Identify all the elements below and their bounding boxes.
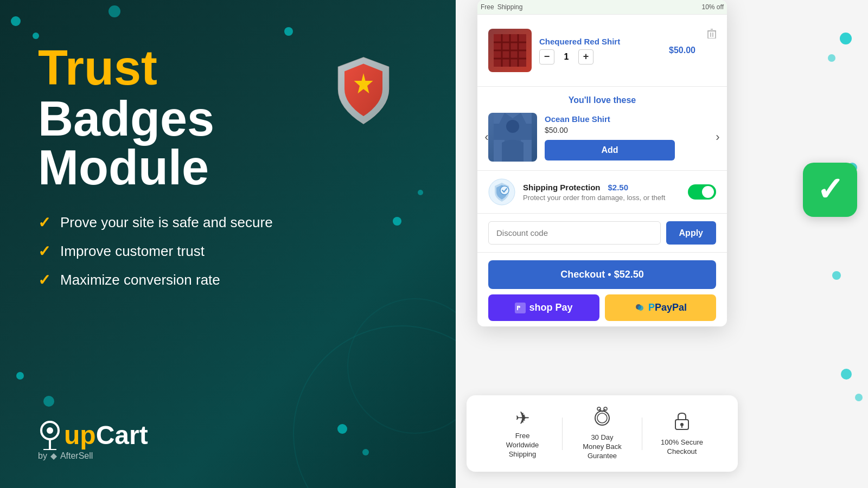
quantity-increase-button[interactable]: + <box>578 49 593 65</box>
logo-row: upCart <box>38 420 148 450</box>
teal-dot-6 <box>855 394 863 401</box>
upsell-price: $50.00 <box>545 126 716 134</box>
upsell-details: Ocean Blue Shirt $50.00 Add <box>545 114 716 160</box>
free-label: Free <box>481 3 494 11</box>
svg-point-2 <box>47 427 53 434</box>
svg-rect-21 <box>515 303 526 313</box>
medal-icon <box>592 406 612 430</box>
shop-pay-label: shop Pay <box>529 302 572 313</box>
cart-item-image <box>488 29 532 72</box>
upsell-item-image <box>488 113 537 162</box>
shop-pay-button[interactable]: shop Pay <box>488 294 599 321</box>
quantity-decrease-button[interactable]: − <box>539 49 554 65</box>
delete-icon[interactable] <box>707 29 716 41</box>
add-to-cart-button[interactable]: Add <box>545 140 675 160</box>
svg-point-18 <box>506 120 519 133</box>
teal-dot-5 <box>841 369 852 380</box>
dot-5 <box>16 372 24 380</box>
dot-2 <box>33 33 39 39</box>
dot-10 <box>418 190 423 195</box>
upsell-name: Ocean Blue Shirt <box>545 114 716 124</box>
shipping-label: Shipping <box>497 3 523 11</box>
payment-methods: shop Pay PPayPal <box>488 294 716 321</box>
left-panel: Trust Badges Module ✓ Prove your site is… <box>0 0 456 488</box>
quantity-value: 1 <box>560 52 573 62</box>
airplane-icon: ✈ <box>515 408 530 428</box>
quantity-control: − 1 + <box>539 49 661 65</box>
teal-dot-1 <box>840 33 852 44</box>
shop-pay-icon <box>515 303 526 313</box>
shield-icon <box>331 54 396 130</box>
svg-point-23 <box>638 305 643 311</box>
carousel-next-button[interactable]: › <box>710 129 726 145</box>
lock-icon <box>673 411 691 435</box>
svg-point-20 <box>500 186 509 195</box>
check-icon-1: ✓ <box>38 214 50 232</box>
dot-1 <box>11 16 21 26</box>
features-list: ✓ Prove your site is safe and secure ✓ I… <box>38 214 418 300</box>
cart-widget: Free Shipping 10% off <box>477 0 727 326</box>
trust-badges-bar: ✈ Free Worldwide Shipping 30 Day <box>467 395 738 472</box>
cart-item-price: $50.00 <box>669 46 695 55</box>
dot-4 <box>284 27 293 36</box>
cart-section: Chequered Red Shirt − 1 + $50.00 <box>477 15 727 87</box>
protection-text: Shipping Protection $2.50 Protect your o… <box>523 183 680 202</box>
upcart-logo: upCart by AfterSell <box>38 420 148 461</box>
teal-dot-2 <box>828 54 835 62</box>
10off-label: 10% off <box>702 3 724 11</box>
badge-free-shipping: ✈ Free Worldwide Shipping <box>483 408 562 459</box>
carousel-prev-button[interactable]: ‹ <box>478 129 495 145</box>
teal-dot-7 <box>832 271 841 280</box>
check-mark-icon: ✓ <box>816 174 844 206</box>
cart-item: Chequered Red Shirt − 1 + $50.00 <box>488 23 716 78</box>
upsell-item: Ocean Blue Shirt $50.00 Add <box>488 113 716 162</box>
money-back-badge-text: 30 Day Money Back Gurantee <box>583 433 622 461</box>
svg-point-31 <box>680 423 684 426</box>
badge-secure-checkout: 100% Secure Checkout <box>642 411 722 457</box>
discount-section: Apply <box>477 214 727 253</box>
blue-shirt-image <box>488 113 537 162</box>
free-shipping-badge-text: Free Worldwide Shipping <box>506 432 539 459</box>
badge-money-back: 30 Day Money Back Gurantee <box>563 406 642 461</box>
secure-checkout-badge-text: 100% Secure Checkout <box>661 438 703 457</box>
green-check-badge: ✓ <box>803 163 857 217</box>
by-aftersell: by AfterSell <box>38 451 148 461</box>
protection-title: Shipping Protection $2.50 <box>523 183 680 192</box>
red-shirt-image <box>488 29 532 72</box>
logo-up: upCart <box>64 420 148 450</box>
cart-item-name: Chequered Red Shirt <box>539 37 661 46</box>
shipping-protection-section: Shipping Protection $2.50 Protect your o… <box>477 171 727 214</box>
checkout-button[interactable]: Checkout • $52.50 <box>488 260 716 289</box>
heading-module: Module <box>38 143 418 192</box>
upsell-section: You'll love these <box>477 87 727 171</box>
protection-icon <box>488 178 515 206</box>
right-panel: Free Shipping 10% off <box>456 0 868 488</box>
check-icon-3: ✓ <box>38 271 50 289</box>
upsell-carousel: Ocean Blue Shirt $50.00 Add ‹ › <box>488 113 716 162</box>
dot-6 <box>43 396 54 407</box>
feature-item-3: ✓ Maximize conversion rate <box>38 271 418 289</box>
check-icon-2: ✓ <box>38 242 50 260</box>
upcart-icon <box>38 421 62 450</box>
feature-item-2: ✓ Improve customer trust <box>38 242 418 260</box>
protection-description: Protect your order from damage, loss, or… <box>523 194 680 202</box>
svg-point-25 <box>597 413 607 423</box>
paypal-button[interactable]: PPayPal <box>605 294 716 321</box>
checkout-section: Checkout • $52.50 shop Pay PPayPal <box>477 253 727 326</box>
protection-toggle[interactable] <box>688 184 716 200</box>
discount-input[interactable] <box>488 221 661 245</box>
aftersell-icon <box>49 452 58 461</box>
feature-item-1: ✓ Prove your site is safe and secure <box>38 214 418 232</box>
free-shipping-top-bar: Free Shipping 10% off <box>477 0 727 15</box>
paypal-icon <box>634 303 645 313</box>
upsell-title: You'll love these <box>488 95 716 105</box>
cart-item-details: Chequered Red Shirt − 1 + <box>539 37 661 65</box>
svg-rect-12 <box>708 31 716 38</box>
dot-3 <box>108 5 120 17</box>
protection-price: $2.50 <box>608 183 629 192</box>
paypal-label: PPayPal <box>648 302 687 313</box>
apply-button[interactable]: Apply <box>666 221 716 245</box>
